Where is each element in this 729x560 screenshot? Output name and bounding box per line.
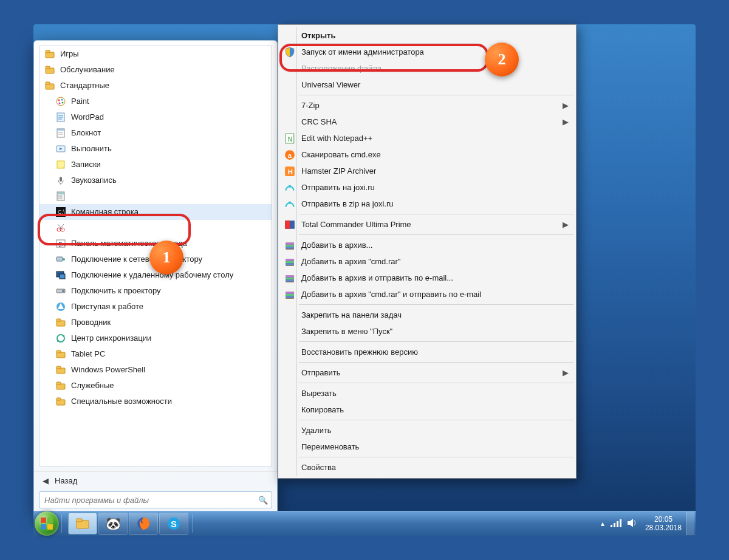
context-menu-item[interactable]: NEdit with Notepad++ xyxy=(279,130,575,146)
network-icon[interactable] xyxy=(611,519,621,529)
program-folder[interactable]: Специальные возможности xyxy=(39,394,272,409)
taskbar-pinned-apps: 🐼 S xyxy=(68,513,190,534)
folder-icon xyxy=(55,349,66,360)
program-item-label: Стандартные xyxy=(60,78,109,94)
program-item-label: Проводник xyxy=(71,315,111,330)
context-menu-item[interactable]: Восстановить прежнюю версию xyxy=(279,344,575,360)
panda-icon: 🐼 xyxy=(106,516,121,531)
connproj-icon xyxy=(55,285,66,296)
program-folder[interactable]: Tablet PC xyxy=(39,346,272,362)
svg-rect-76 xyxy=(286,261,294,262)
program-item-label: Paint xyxy=(71,94,89,109)
search-box[interactable]: 🔍 xyxy=(39,491,272,508)
volume-icon[interactable] xyxy=(628,519,637,529)
context-menu-item[interactable]: Запуск от имени администратора xyxy=(279,44,575,60)
context-menu-item[interactable]: Universal Viewer xyxy=(279,77,575,93)
context-menu-item[interactable]: aСканировать cmd.exe xyxy=(279,146,575,163)
context-menu-item[interactable]: Отправить▶ xyxy=(279,364,575,381)
context-menu-item[interactable]: Удалить xyxy=(279,422,575,439)
program-folder[interactable]: Стандартные xyxy=(39,78,272,94)
program-folder[interactable]: Служебные xyxy=(39,378,272,394)
program-folder[interactable]: Windows PowerShell xyxy=(39,362,272,378)
context-menu-item[interactable]: Закрепить в меню "Пуск" xyxy=(279,323,575,340)
program-item[interactable]: Проводник xyxy=(39,315,272,330)
program-item-label: Подключение к удаленному рабочему столу xyxy=(71,267,233,283)
svg-rect-81 xyxy=(286,279,294,281)
taskbar-pin-firefox[interactable] xyxy=(129,513,158,534)
program-item[interactable]: Блокнот xyxy=(39,125,272,141)
context-menu-item[interactable]: Добавить в архив "cmd.rar" xyxy=(279,253,575,270)
program-item[interactable]: Подключить к проектору xyxy=(39,283,272,299)
taskbar-clock[interactable]: 20:05 28.03.2018 xyxy=(645,515,682,532)
tray-chevron-icon[interactable]: ▴ xyxy=(601,519,604,528)
folder-icon xyxy=(44,80,55,91)
context-menu-item[interactable]: Total Commander Ultima Prime▶ xyxy=(279,216,575,233)
program-item[interactable]: WordPad xyxy=(39,109,272,125)
context-menu-item[interactable]: Переименовать xyxy=(279,439,575,455)
program-item[interactable]: Звукозапись xyxy=(39,172,272,188)
context-menu-item[interactable]: HHamster ZIP Archiver xyxy=(279,163,575,179)
folder-icon xyxy=(76,518,89,529)
svg-rect-30 xyxy=(60,197,62,199)
program-item[interactable]: Выполнить xyxy=(39,141,272,157)
context-menu-separator xyxy=(299,234,573,235)
svg-rect-85 xyxy=(286,296,294,298)
context-menu-item[interactable]: Открыть xyxy=(279,27,575,44)
svg-rect-16 xyxy=(57,129,64,131)
program-item[interactable]: C:\Командная строка xyxy=(39,204,272,220)
windows-logo-icon xyxy=(40,517,53,530)
context-menu-item[interactable]: Отправить на joxi.ru xyxy=(279,179,575,196)
show-desktop-button[interactable] xyxy=(686,512,694,535)
taskbar-pin-skype[interactable]: S xyxy=(159,513,188,534)
svg-point-10 xyxy=(59,103,61,104)
context-menu-item[interactable]: CRC SHA▶ xyxy=(279,114,575,130)
context-menu-item[interactable]: Отправить в zip на joxi.ru xyxy=(279,196,575,212)
context-menu-item[interactable]: 7-Zip▶ xyxy=(279,97,575,114)
svg-rect-96 xyxy=(614,523,615,527)
context-menu-item[interactable]: Добавить в архив и отправить по e-mail..… xyxy=(279,270,575,286)
program-item[interactable]: Ножницы xyxy=(39,220,272,236)
svg-point-7 xyxy=(58,100,60,101)
taskbar-pin-app[interactable]: 🐼 xyxy=(98,513,128,534)
context-menu-item[interactable]: Добавить в архив "cmd.rar" и отправить п… xyxy=(279,286,575,302)
context-menu-item-label: Отправить xyxy=(301,364,340,381)
program-item-label: Служебные xyxy=(71,378,114,394)
program-item[interactable]: Приступая к работе xyxy=(39,299,272,315)
svg-rect-79 xyxy=(286,275,294,277)
svg-point-66 xyxy=(289,185,292,188)
context-menu-item[interactable]: Добавить в архив... xyxy=(279,237,575,253)
program-item-label: Windows PowerShell xyxy=(71,362,145,378)
program-item-label: Центр синхронизации xyxy=(71,330,151,346)
context-menu-item[interactable]: Расположение файла xyxy=(279,60,575,77)
program-folder[interactable]: Обслуживание xyxy=(39,62,272,78)
program-item-label: Обслуживание xyxy=(60,62,115,78)
context-menu-item[interactable]: Свойства xyxy=(279,459,575,476)
context-menu-item[interactable]: Копировать xyxy=(279,401,575,418)
back-button[interactable]: ◀ Назад xyxy=(34,471,277,489)
context-menu-item[interactable]: Закрепить на панели задач xyxy=(279,307,575,323)
context-menu-item-label: Удалить xyxy=(301,422,332,439)
svg-rect-84 xyxy=(286,293,294,295)
program-item[interactable]: Paint xyxy=(39,94,272,109)
program-item[interactable]: Центр синхронизации xyxy=(39,330,272,346)
svg-point-40 xyxy=(63,258,65,261)
program-item[interactable]: ∑xПанель математического ввода xyxy=(39,236,272,251)
program-item[interactable]: Подключение к удаленному рабочему столу xyxy=(39,267,272,283)
program-item[interactable]: Калькулятор xyxy=(39,188,272,204)
svg-point-67 xyxy=(289,201,292,204)
program-item[interactable]: Подключение к сетевому проектору xyxy=(39,251,272,267)
clock-time: 20:05 xyxy=(645,515,682,524)
svg-point-8 xyxy=(61,99,63,101)
program-item-label: Блокнот xyxy=(71,125,101,141)
back-arrow-icon: ◀ xyxy=(43,476,49,485)
folder-icon xyxy=(44,64,55,75)
start-button[interactable] xyxy=(35,511,59,536)
search-input[interactable] xyxy=(43,495,258,505)
context-menu-item-label: Переименовать xyxy=(301,439,359,455)
taskbar-pin-explorer[interactable] xyxy=(68,513,97,534)
program-folder[interactable]: Игры xyxy=(39,46,272,62)
program-item[interactable]: Записки xyxy=(39,157,272,172)
context-menu-item-label: Копировать xyxy=(301,401,344,418)
context-menu-item[interactable]: Вырезать xyxy=(279,385,575,401)
shield-icon xyxy=(284,47,295,58)
